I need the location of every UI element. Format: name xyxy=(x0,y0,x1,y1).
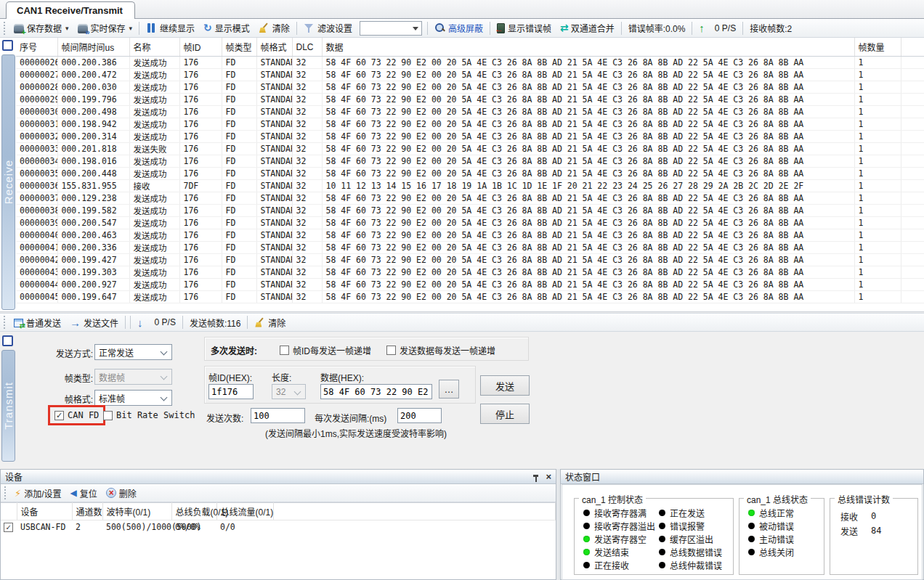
data-hex-input[interactable] xyxy=(320,384,432,399)
frame-id-input[interactable] xyxy=(208,384,254,399)
table-row[interactable]: 00000030 000.200.498 发送成功 176 FD STANDAR… xyxy=(16,106,924,118)
filter-combo[interactable] xyxy=(360,21,422,36)
table-row[interactable]: 00000035 000.200.448 发送成功 176 FD STANDAR… xyxy=(16,168,924,180)
led-icon xyxy=(583,536,590,542)
table-row[interactable]: 00000029 000.199.796 发送成功 176 FD STANDAR… xyxy=(16,94,924,106)
cell-data: 58 4F 60 73 22 90 E2 00 20 5A 4E C3 26 8… xyxy=(322,279,854,291)
clear-button[interactable]: 清除 xyxy=(254,20,294,36)
cell-filler xyxy=(901,94,924,106)
send-interval-input[interactable] xyxy=(397,408,442,423)
col-bus-load[interactable]: 总线负载(0/1) xyxy=(171,503,216,520)
send-button[interactable]: 发送 xyxy=(480,375,530,396)
save-data-dropdown-caret[interactable]: ▾ xyxy=(65,25,69,32)
toolbar-grip[interactable] xyxy=(3,22,7,35)
table-row[interactable]: 00000027 000.200.472 发送成功 176 FD STANDAR… xyxy=(16,69,924,81)
cell-frame-id: 176 xyxy=(179,168,222,180)
cell-frame-count: 1 xyxy=(854,168,901,180)
cell-frame-format: STANDARD xyxy=(256,81,292,94)
col-name[interactable]: 名称 xyxy=(129,38,179,57)
receive-side-tab[interactable]: Receive xyxy=(1,54,15,310)
frame-id-hex-label: 帧ID(HEX): xyxy=(208,371,252,383)
cell-interval: 000.199.647 xyxy=(57,291,129,303)
col-dlc[interactable]: DLC xyxy=(292,38,322,57)
reset-device-button[interactable]: ◀ 复位 xyxy=(65,485,101,501)
table-row[interactable]: 00000034 000.198.016 发送成功 176 FD STANDAR… xyxy=(16,155,924,168)
table-row[interactable]: 00000044 000.200.927 发送成功 176 FD STANDAR… xyxy=(16,279,924,291)
device-checkbox[interactable]: ✓ xyxy=(4,523,13,532)
canfd-checkbox[interactable]: ✓ CAN FD xyxy=(54,410,99,420)
cell-frame-count: 1 xyxy=(854,155,901,168)
tx-error-value: 84 xyxy=(871,526,881,536)
length-select[interactable]: 32 xyxy=(272,384,306,399)
tab-can1-receive-transmit[interactable]: CAN1 Receive/Transmit xyxy=(6,1,135,19)
col-data[interactable]: 数据 xyxy=(322,38,854,57)
close-icon[interactable]: × xyxy=(546,472,551,482)
col-channels[interactable]: 通道数 xyxy=(72,503,102,520)
continue-display-button[interactable]: 继续显示 xyxy=(142,20,199,36)
table-row[interactable]: 00000031 000.198.942 发送成功 176 FD STANDAR… xyxy=(16,118,924,131)
col-baudrate[interactable]: 波特率(0/1) xyxy=(102,503,171,520)
delete-device-button[interactable]: × 删除 xyxy=(102,485,141,501)
realtime-save-dropdown-caret[interactable]: ▾ xyxy=(129,25,133,32)
cell-data: 58 4F 60 73 22 90 E2 00 20 5A 4E C3 26 8… xyxy=(322,229,854,242)
device-table: 设备 通道数 波特率(0/1) 总线负载(0/1) 总线流量(0/1) ✓ US… xyxy=(1,502,556,534)
increment-id-checkbox[interactable]: 帧ID每发送一帧递增 xyxy=(280,344,371,356)
increment-data-checkbox[interactable]: 发送数据每发送一帧递增 xyxy=(386,344,495,356)
toolbar-separator xyxy=(742,22,743,35)
send-times-input[interactable] xyxy=(251,408,305,423)
device-row[interactable]: ✓ USBCAN-FD 2 500(500)/1000(5000) 0%/0% … xyxy=(1,520,556,534)
table-row[interactable]: 00000045 000.199.647 发送成功 176 FD STANDAR… xyxy=(16,291,924,303)
send-file-button[interactable]: → 发送文件 xyxy=(65,314,123,330)
realtime-save-button[interactable]: » 实时保存 ▾ xyxy=(73,20,137,36)
table-row[interactable]: 00000033 000.201.818 发送失败 176 FD STANDAR… xyxy=(16,143,924,155)
table-row[interactable]: 00000040 000.200.463 发送成功 176 FD STANDAR… xyxy=(16,229,924,242)
col-device[interactable]: 设备 xyxy=(17,503,72,520)
filter-settings-button[interactable]: 滤波设置 xyxy=(299,20,357,36)
table-row[interactable]: 00000039 000.200.547 发送成功 176 FD STANDAR… xyxy=(16,217,924,229)
table-row[interactable]: 00000042 000.199.427 发送成功 176 FD STANDAR… xyxy=(16,254,924,266)
frame-format-select[interactable]: 标准帧 xyxy=(94,390,172,406)
control-status-col2: 正在发送 错误报警 缓存区溢出 xyxy=(659,506,722,571)
table-row[interactable]: 00000032 000.200.314 发送成功 176 FD STANDAR… xyxy=(16,131,924,143)
cell-frame-id: 176 xyxy=(179,229,222,242)
col-frame-id[interactable]: 帧ID xyxy=(179,38,222,57)
display-mode-button[interactable]: ↻ 显示模式 xyxy=(199,20,254,36)
tab-title: CAN1 Receive/Transmit xyxy=(17,5,123,16)
cell-dlc: 32 xyxy=(292,81,322,94)
col-frame-format[interactable]: 帧格式 xyxy=(256,38,292,57)
send-mode-select[interactable]: 正常发送 xyxy=(94,344,172,360)
table-row[interactable]: 00000043 000.199.303 发送成功 176 FD STANDAR… xyxy=(16,266,924,279)
save-data-button[interactable]: + 保存数据 ▾ xyxy=(9,20,73,36)
col-frame-type[interactable]: 帧类型 xyxy=(222,38,256,57)
show-error-frames-button[interactable]: ← 显示错误帧 xyxy=(493,20,556,36)
select-all-checkbox-icon[interactable] xyxy=(2,40,13,51)
pin-icon[interactable] xyxy=(532,474,540,483)
col-bus-traffic[interactable]: 总线流量(0/1) xyxy=(216,503,273,520)
table-row[interactable]: 00000037 000.129.238 发送成功 176 FD STANDAR… xyxy=(16,192,924,205)
table-row[interactable]: 00000026 000.200.386 发送成功 176 FD STANDAR… xyxy=(16,57,924,69)
col-interval[interactable]: 帧间隔时间us xyxy=(57,38,129,57)
table-row[interactable]: 00000028 000.200.030 发送成功 176 FD STANDAR… xyxy=(16,81,924,94)
add-device-button[interactable]: ⚡ 添加/设置 xyxy=(10,485,65,501)
cell-frame-id: 176 xyxy=(179,69,222,81)
toolbar-grip[interactable] xyxy=(4,486,7,499)
table-row[interactable]: 00000036 155.831.955 接收 7DF FD STANDARD … xyxy=(16,180,924,192)
normal-send-button[interactable]: ⇄ 普通发送 xyxy=(9,314,65,330)
table-row[interactable]: 00000041 000.200.336 发送成功 176 FD STANDAR… xyxy=(16,242,924,254)
bit-rate-switch-checkbox[interactable]: Bit Rate Switch xyxy=(103,410,195,420)
cell-frame-format: STANDARD xyxy=(256,291,292,303)
dual-channel-merge-button[interactable]: ⇄ 双通道合并 xyxy=(556,20,619,36)
merge-icon: ⇄ xyxy=(560,23,568,33)
col-frame-count[interactable]: 帧数量 xyxy=(854,38,901,57)
toolbar-separator xyxy=(692,22,692,35)
error-rate-label: 错误帧率:0.0% xyxy=(624,20,690,36)
data-more-button[interactable]: … xyxy=(439,380,459,399)
transmit-select-checkbox-icon[interactable] xyxy=(2,335,13,346)
stop-button[interactable]: 停止 xyxy=(480,404,530,424)
transmit-clear-button[interactable]: 清除 xyxy=(250,314,290,330)
transmit-side-tab[interactable]: Transmit xyxy=(1,350,15,462)
table-row[interactable]: 00000038 000.199.582 发送成功 176 FD STANDAR… xyxy=(16,205,924,217)
toolbar-grip[interactable] xyxy=(3,316,7,329)
advanced-mask-button[interactable]: 高级屏蔽 xyxy=(430,20,487,36)
col-seq[interactable]: 序号 xyxy=(16,38,57,57)
